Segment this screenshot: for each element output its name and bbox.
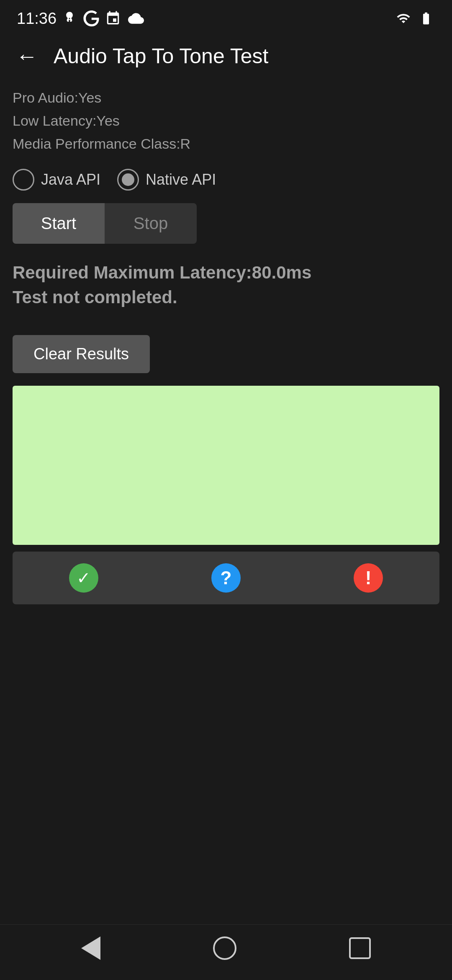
clear-results-button[interactable]: Clear Results — [13, 335, 150, 373]
wifi-icon — [394, 11, 413, 26]
low-latency-info: Low Latency:Yes — [13, 110, 439, 132]
start-button[interactable]: Start — [13, 203, 105, 244]
info-section: Pro Audio:Yes Low Latency:Yes Media Perf… — [0, 79, 452, 160]
media-performance-info: Media Performance Class:R — [13, 133, 439, 155]
status-latency-text: Required Maximum Latency:80.0ms — [13, 260, 439, 285]
status-icons-right — [394, 11, 435, 26]
display-area — [13, 386, 439, 545]
nav-back-button[interactable] — [81, 936, 100, 960]
nav-recents-button[interactable] — [349, 937, 371, 959]
back-button[interactable]: ← — [13, 42, 41, 70]
back-arrow-icon: ← — [16, 44, 38, 68]
toolbar: ← Audio Tap To Tone Test — [0, 34, 452, 79]
radio-label-java: Java API — [41, 171, 100, 188]
bottom-icon-bar: ✓ ? ! — [13, 552, 439, 604]
fan-icon — [62, 10, 77, 26]
nav-home-button[interactable] — [213, 936, 236, 960]
page-title: Audio Tap To Tone Test — [54, 44, 268, 68]
question-icon-button[interactable]: ? — [155, 552, 297, 604]
warning-icon: ! — [354, 563, 383, 593]
battery-icon — [417, 11, 435, 26]
cloud-icon — [127, 10, 145, 26]
clear-results-section: Clear Results — [0, 318, 452, 382]
stop-button[interactable]: Stop — [105, 203, 197, 244]
status-text-section: Required Maximum Latency:80.0ms Test not… — [0, 252, 452, 318]
radio-outer-java — [13, 169, 34, 191]
radio-option-java[interactable]: Java API — [13, 169, 100, 191]
nav-recents-icon — [349, 937, 371, 959]
action-button-group: Start Stop — [0, 199, 452, 252]
question-icon: ? — [211, 563, 241, 593]
status-completion-text: Test not completed. — [13, 285, 439, 310]
radio-inner-native — [122, 173, 134, 186]
nav-home-icon — [213, 936, 236, 960]
api-radio-group: Java API Native API — [0, 160, 452, 199]
calendar-icon — [105, 10, 121, 26]
pro-audio-info: Pro Audio:Yes — [13, 87, 439, 108]
navigation-bar — [0, 924, 452, 980]
check-icon-button[interactable]: ✓ — [13, 552, 155, 604]
radio-outer-native — [117, 169, 139, 191]
status-time: 11:36 — [17, 10, 56, 28]
status-icons-left — [62, 10, 145, 26]
google-icon — [83, 10, 99, 26]
radio-label-native: Native API — [146, 171, 216, 188]
check-icon: ✓ — [69, 563, 98, 593]
radio-option-native[interactable]: Native API — [117, 169, 216, 191]
status-bar: 11:36 — [0, 0, 452, 34]
warning-icon-button[interactable]: ! — [297, 552, 439, 604]
nav-back-icon — [81, 936, 100, 960]
